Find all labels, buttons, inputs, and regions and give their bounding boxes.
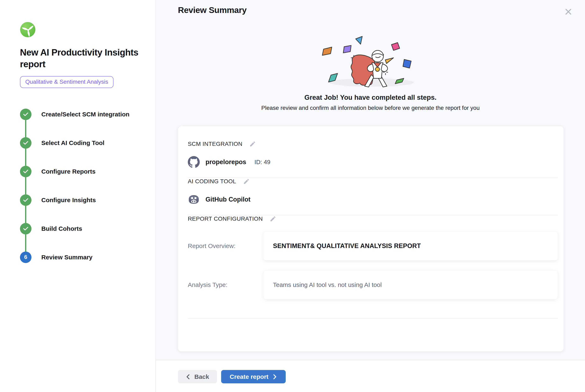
scm-integration-name: propelorepos xyxy=(206,158,246,166)
analysis-type-label: Analysis Type: xyxy=(188,281,263,288)
step-done-icon xyxy=(20,137,32,149)
analysis-type-value: Teams using AI tool vs. not using AI too… xyxy=(263,270,558,299)
completion-subheading: Please review and confirm all informatio… xyxy=(156,105,585,111)
step-configure-reports[interactable]: Configure Reports xyxy=(20,166,147,194)
ai-coding-tool-label: AI CODING TOOL xyxy=(188,178,236,185)
step-select-ai-tool[interactable]: Select AI Coding Tool xyxy=(20,137,147,166)
report-type-badge: Qualitative & Sentiment Analysis xyxy=(20,76,114,88)
scm-integration-section: SCM INTEGRATION propelorepos ID: 49 xyxy=(188,140,558,178)
wizard-footer: Back Create report xyxy=(156,360,585,392)
edit-ai-tool-pencil-icon[interactable] xyxy=(243,178,250,185)
superhero-confetti-illustration xyxy=(313,35,428,90)
step-create-select-scm[interactable]: Create/Select SCM integration xyxy=(20,108,147,137)
step-active-indicator: 6 xyxy=(20,252,32,263)
step-done-icon xyxy=(20,223,32,234)
close-icon[interactable] xyxy=(562,6,574,18)
report-overview-row: Report Overview: SENTIMENT& QUALITATIVE … xyxy=(188,231,558,260)
propeller-logo-icon xyxy=(20,22,36,38)
wizard-stepper: Create/Select SCM integration Select AI … xyxy=(20,108,147,263)
report-overview-value: SENTIMENT& QUALITATIVE ANALYSIS REPORT xyxy=(263,231,558,260)
report-title: New AI Productivity Insights report xyxy=(20,46,141,70)
back-button[interactable]: Back xyxy=(178,370,217,383)
report-overview-label: Report Overview: xyxy=(188,242,263,250)
scm-integration-label: SCM INTEGRATION xyxy=(188,140,242,148)
review-summary-content: Review Summary xyxy=(156,0,585,360)
analysis-type-row: Analysis Type: Teams using AI tool vs. n… xyxy=(188,270,558,299)
step-done-icon xyxy=(20,166,32,177)
github-icon xyxy=(188,156,200,168)
page-title: Review Summary xyxy=(178,5,247,15)
review-summary-panel: Review Summary xyxy=(156,0,585,392)
copilot-icon xyxy=(188,194,200,204)
report-configuration-section: REPORT CONFIGURATION Report Overview: SE… xyxy=(188,215,558,352)
step-build-cohorts[interactable]: Build Cohorts xyxy=(20,223,147,252)
completion-heading: Great Job! You have completed all steps. xyxy=(156,94,585,102)
report-configuration-label: REPORT CONFIGURATION xyxy=(188,215,263,222)
panel-header: Review Summary xyxy=(156,0,585,18)
edit-scm-pencil-icon[interactable] xyxy=(249,141,256,147)
step-review-summary[interactable]: 6 Review Summary xyxy=(20,252,147,263)
step-done-icon xyxy=(20,194,32,206)
step-done-icon xyxy=(20,108,32,120)
ai-coding-tool-name: GitHub Copilot xyxy=(206,196,250,203)
completion-hero: Great Job! You have completed all steps.… xyxy=(156,35,585,111)
chevron-left-icon xyxy=(186,374,191,380)
step-configure-insights[interactable]: Configure Insights xyxy=(20,194,147,223)
ai-coding-tool-section: AI CODING TOOL xyxy=(188,178,558,215)
review-summary-card: SCM INTEGRATION propelorepos ID: 49 AI C… xyxy=(178,126,564,352)
wizard-sidebar: New AI Productivity Insights report Qual… xyxy=(0,0,156,392)
edit-report-config-pencil-icon[interactable] xyxy=(270,216,276,222)
chevron-right-icon xyxy=(272,374,277,380)
create-report-button[interactable]: Create report xyxy=(221,370,286,383)
scm-integration-id: ID: 49 xyxy=(254,159,270,166)
